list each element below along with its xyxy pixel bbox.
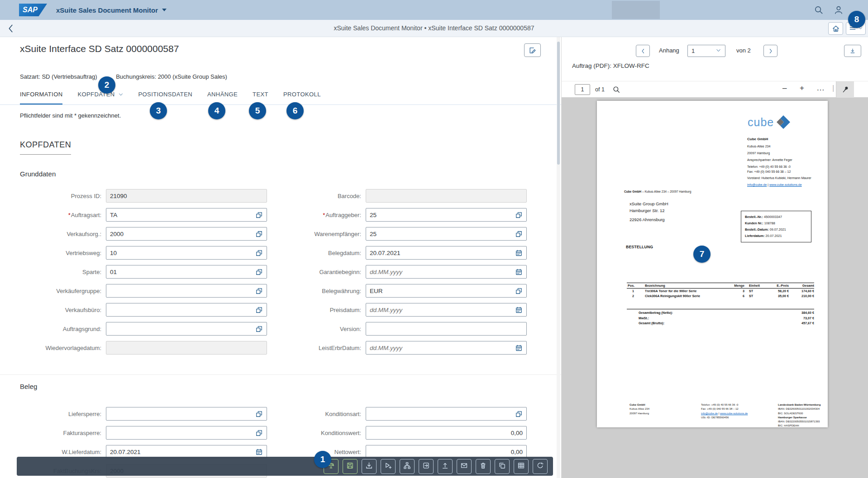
calendar-icon[interactable] bbox=[515, 344, 523, 352]
table-cell: ST bbox=[744, 293, 765, 298]
refresh-button[interactable] bbox=[533, 459, 548, 474]
workflow-button[interactable] bbox=[400, 459, 415, 474]
tab-information[interactable]: INFORMATION bbox=[20, 91, 62, 105]
field-preisdatum[interactable]: dd.MM.yyyy bbox=[366, 303, 527, 317]
value-help-icon[interactable] bbox=[255, 325, 263, 333]
sender-line: Cube GmbH – Kubus-Allee 234 – 20097 Hamb… bbox=[624, 190, 691, 193]
delete-button[interactable] bbox=[476, 459, 491, 474]
field-vertriebsweg[interactable]: 10 bbox=[106, 246, 267, 260]
more-options-button[interactable]: ... bbox=[817, 84, 825, 93]
table-view-button[interactable] bbox=[514, 459, 529, 474]
field-verkaufsorg[interactable]: 2000 bbox=[106, 227, 267, 241]
field-fakturasperre[interactable] bbox=[106, 426, 267, 440]
value-help-icon[interactable] bbox=[255, 230, 263, 238]
page-number-input[interactable]: 1 bbox=[575, 84, 590, 95]
copy-button[interactable] bbox=[495, 459, 510, 474]
company-info-line: Ansprechpartner: Annette Feger bbox=[747, 158, 825, 162]
chevron-down-icon bbox=[715, 47, 721, 55]
next-attachment-button[interactable] bbox=[763, 45, 777, 57]
field-sparte[interactable]: 01 bbox=[106, 265, 267, 279]
value-help-icon[interactable] bbox=[515, 211, 523, 219]
field-label: Konditionsart: bbox=[280, 411, 366, 417]
app-title-menu[interactable]: xSuite Sales Document Monitor bbox=[56, 6, 167, 14]
pin-toggle-button[interactable] bbox=[836, 81, 854, 98]
table-header-cell: Pos. bbox=[627, 283, 639, 288]
back-button[interactable] bbox=[5, 23, 16, 34]
footer-line: info@cube.de | www.cube-solutions.de bbox=[701, 412, 773, 416]
upload-button[interactable] bbox=[438, 459, 453, 474]
footer-line: Landesbank Baden-Württemberg bbox=[778, 403, 841, 407]
value-help-icon[interactable] bbox=[255, 429, 263, 437]
field-value: 0,00 bbox=[370, 430, 523, 436]
value-help-icon[interactable] bbox=[255, 287, 263, 295]
calendar-icon[interactable] bbox=[515, 306, 523, 314]
field-wiedervorlagedatum bbox=[106, 341, 267, 355]
sap-logo[interactable]: SAP bbox=[19, 4, 47, 16]
value-help-icon[interactable] bbox=[255, 211, 263, 219]
value-help-icon[interactable] bbox=[255, 410, 263, 418]
table-cell: 1 bbox=[627, 289, 639, 293]
field-version[interactable] bbox=[366, 322, 527, 336]
search-icon[interactable] bbox=[814, 5, 824, 15]
chevron-down-icon bbox=[118, 91, 124, 99]
save-button[interactable] bbox=[343, 459, 358, 474]
attachment-select[interactable]: 1 bbox=[687, 45, 725, 57]
zoom-in-button[interactable]: + bbox=[800, 84, 804, 93]
value-help-icon[interactable] bbox=[255, 268, 263, 276]
value-help-icon[interactable] bbox=[515, 230, 523, 238]
transfer-button[interactable] bbox=[419, 459, 434, 474]
calendar-icon[interactable] bbox=[255, 448, 263, 456]
cube-logo-icon bbox=[776, 114, 791, 130]
required-indicator: * bbox=[323, 212, 325, 218]
field-belegwaehrung[interactable]: EUR bbox=[366, 284, 527, 298]
calendar-icon[interactable] bbox=[515, 268, 523, 276]
calendar-icon[interactable] bbox=[515, 249, 523, 257]
totals-value: 384,60 € bbox=[801, 310, 814, 316]
link-text[interactable]: www.cube-solutions.de bbox=[720, 412, 748, 415]
link-text[interactable]: info@cube.de bbox=[747, 183, 767, 186]
pdf-table-header: Pos.BezeichnungMengeEinheitE.-PreisGesam… bbox=[627, 283, 814, 289]
field-verkaeufergruppe[interactable] bbox=[106, 284, 267, 298]
tab-bar-divider bbox=[0, 104, 561, 105]
scrollbar-thumb[interactable] bbox=[557, 42, 560, 165]
field-liefersperre[interactable] bbox=[106, 407, 267, 421]
vertical-scrollbar[interactable] bbox=[557, 37, 560, 478]
download-attachment-button[interactable] bbox=[844, 45, 861, 57]
order-info-line: Kunden Nr.: 108788 bbox=[745, 220, 807, 227]
user-profile-icon[interactable] bbox=[834, 5, 844, 15]
value-help-icon[interactable] bbox=[255, 306, 263, 314]
field-garantiebeginn[interactable]: dd.MM.yyyy bbox=[366, 265, 527, 279]
pdf-search-icon[interactable] bbox=[612, 85, 620, 94]
field-belegdatum[interactable]: 20.07.2021 bbox=[366, 246, 527, 260]
tab-positionsdaten[interactable]: POSITIONSDATEN bbox=[138, 91, 192, 105]
value-help-icon[interactable] bbox=[255, 249, 263, 257]
link-text[interactable]: info@cube.de bbox=[701, 412, 718, 415]
field-konditionswert[interactable]: 0,00 bbox=[366, 426, 527, 440]
zoom-out-button[interactable]: – bbox=[782, 84, 787, 93]
tab-kopfdaten[interactable]: KOPFDATEN bbox=[77, 91, 123, 105]
download-button[interactable] bbox=[362, 459, 377, 474]
link-text[interactable]: www.cube-solutions.de bbox=[769, 183, 802, 186]
value-help-icon[interactable] bbox=[515, 410, 523, 418]
value-help-icon[interactable] bbox=[515, 287, 523, 295]
home-button[interactable] bbox=[828, 22, 843, 35]
field-verkaufsbuero[interactable] bbox=[106, 303, 267, 317]
field-leisterbrdatum[interactable]: dd.MM.yyyy bbox=[366, 341, 527, 355]
section-title-kopfdaten: KOPFDATEN bbox=[20, 140, 71, 155]
email-button[interactable] bbox=[457, 459, 472, 474]
field-label: Liefersperre: bbox=[20, 411, 106, 417]
field-label: Vertriebsweg: bbox=[20, 250, 106, 256]
form-row: Liefersperre: bbox=[20, 404, 276, 423]
tab-anhaenge[interactable]: ANHÄNGE bbox=[207, 91, 238, 105]
field-auftraggeber[interactable]: 25 bbox=[366, 208, 527, 222]
field-auftragsart[interactable]: TA bbox=[106, 208, 267, 222]
tab-protokoll[interactable]: PROTOKOLL bbox=[283, 91, 321, 105]
field-warenempfaenger[interactable]: 25 bbox=[366, 227, 527, 241]
field-konditionsart[interactable] bbox=[366, 407, 527, 421]
section-divider bbox=[0, 374, 561, 375]
annotation-badge-7: 7 bbox=[693, 246, 711, 263]
field-auftragsgrund[interactable] bbox=[106, 322, 267, 336]
start-button[interactable] bbox=[381, 459, 396, 474]
previous-attachment-button[interactable] bbox=[636, 45, 650, 57]
edit-header-button[interactable] bbox=[524, 43, 541, 57]
